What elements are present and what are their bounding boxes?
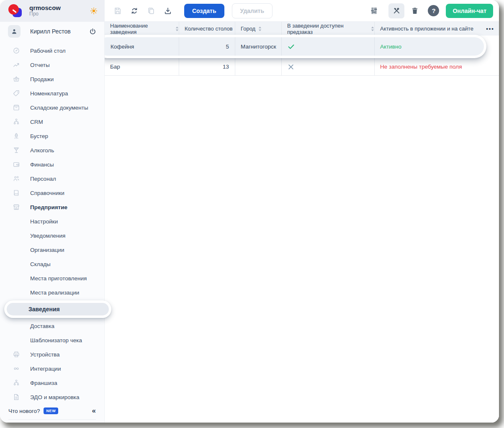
cell-venue-name: Кофейня xyxy=(98,37,179,56)
sidebar-item-booster[interactable]: Бустер xyxy=(0,129,104,143)
trash-icon[interactable] xyxy=(409,5,421,17)
sort-icon xyxy=(175,26,179,31)
document-icon xyxy=(13,393,20,401)
sidebar-item-integrations[interactable]: Интеграции xyxy=(0,361,104,376)
user-avatar-icon xyxy=(8,25,21,38)
cell-preorder xyxy=(282,37,375,56)
table-empty-area xyxy=(105,76,499,423)
sidebar-item-edo[interactable]: ЭДО и маркировка xyxy=(0,390,104,404)
venues-spotlight: Заведения xyxy=(4,300,111,318)
collapse-sidebar-icon[interactable]: « xyxy=(92,407,96,415)
sidebar-item-warehouses[interactable]: Склады xyxy=(0,257,104,271)
box-icon xyxy=(13,104,20,111)
sidebar-item-devices[interactable]: Устройства xyxy=(0,347,104,361)
sidebar-item-warehouse-docs[interactable]: Складские документы xyxy=(0,100,104,115)
sidebar-item-franchise[interactable]: Франшиза xyxy=(0,376,104,390)
sidebar-item-reports[interactable]: Отчеты xyxy=(0,58,104,72)
download-icon[interactable] xyxy=(162,5,174,17)
sales-icon xyxy=(13,75,20,83)
org-chart-icon xyxy=(13,118,20,126)
sidebar-item-organizations[interactable]: Организации xyxy=(0,243,104,257)
sidebar-item-venues[interactable]: Заведения xyxy=(7,303,109,315)
sidebar-item-nomenclature[interactable]: Номенклатура xyxy=(0,86,104,100)
delete-button[interactable]: Удалить xyxy=(232,3,273,18)
whats-new-link[interactable]: Что нового? xyxy=(8,408,40,414)
logout-power-icon[interactable] xyxy=(89,28,97,36)
sidebar-item-sales[interactable]: Продажи xyxy=(0,72,104,86)
table-row[interactable]: Кофейня 5 Магнитогорск Активно xyxy=(98,37,484,56)
sort-icon xyxy=(371,26,374,31)
online-chat-button[interactable]: Онлайн-чат xyxy=(446,4,493,18)
sidebar-item-receipt-templater[interactable]: Шаблонизатор чека xyxy=(0,333,104,347)
cell-activity-status: Не заполнены требуемые поля xyxy=(375,58,499,75)
app-window: qrmoscow Про Создать Удалить ? Онлайн-ча… xyxy=(0,0,499,423)
brand-section: qrmoscow Про xyxy=(0,0,105,21)
theme-sun-icon[interactable] xyxy=(90,7,98,15)
save-icon[interactable] xyxy=(111,5,124,17)
cell-tables-count: 5 xyxy=(179,37,235,56)
sidebar-footer: Что нового? NEW « quickresto.ru xyxy=(0,404,104,423)
infinity-icon xyxy=(13,365,20,372)
create-button[interactable]: Создать xyxy=(184,4,224,18)
top-bar: qrmoscow Про Создать Удалить ? Онлайн-ча… xyxy=(0,0,499,22)
copy-icon[interactable] xyxy=(145,5,157,17)
franchise-org-icon xyxy=(13,379,20,387)
sort-icon xyxy=(258,26,262,31)
sidebar-item-crm[interactable]: CRM xyxy=(0,115,104,129)
cell-activity-status: Активно xyxy=(375,37,484,56)
help-icon[interactable]: ? xyxy=(428,5,439,16)
column-header-preorder[interactable]: В заведении доступен предзаказ xyxy=(282,22,375,36)
user-row: Кирилл Рестов xyxy=(0,22,104,41)
reports-icon xyxy=(13,61,20,69)
column-header-name[interactable]: Наименование заведения xyxy=(105,22,179,36)
martini-glass-icon xyxy=(13,146,20,154)
column-header-activity[interactable]: Активность в приложении и на сайте xyxy=(375,22,481,36)
cell-preorder xyxy=(282,58,375,75)
wallet-icon xyxy=(13,161,20,168)
sidebar-item-notifications[interactable]: Уведомления xyxy=(0,228,104,243)
app-logo-icon xyxy=(8,4,23,18)
user-name: Кирилл Рестов xyxy=(30,28,71,35)
column-header-tables[interactable]: Количество столов xyxy=(179,22,235,36)
sidebar-menu: Рабочий стол Отчеты Продажи Номенклатура… xyxy=(0,41,104,404)
plan-label: Про xyxy=(29,11,61,17)
sidebar-item-directories[interactable]: Справочники xyxy=(0,186,104,200)
sidebar-item-sales-places[interactable]: Места реализации xyxy=(0,285,104,300)
people-icon xyxy=(13,175,20,182)
sidebar-item-delivery[interactable]: Доставка xyxy=(0,319,104,333)
dashboard-icon xyxy=(13,47,20,54)
cell-venue-name: Бар xyxy=(105,58,179,75)
toolbar: Создать Удалить ? Онлайн-чат xyxy=(105,0,499,21)
booster-icon xyxy=(13,132,20,140)
footer-divider xyxy=(8,419,96,420)
sidebar-item-settings[interactable]: Настройки xyxy=(0,214,104,228)
tag-icon xyxy=(13,90,20,97)
printer-icon xyxy=(13,351,20,358)
refresh-icon[interactable] xyxy=(128,5,141,17)
sidebar-item-cooking-places[interactable]: Места приготовления xyxy=(0,271,104,285)
tools-icon[interactable] xyxy=(388,3,404,18)
cell-city: Магнитогорск xyxy=(235,37,282,56)
row-spotlight: Кофейня 5 Магнитогорск Активно xyxy=(95,35,486,58)
book-icon xyxy=(13,189,20,197)
cell-city xyxy=(235,58,282,75)
new-badge: NEW xyxy=(44,407,58,414)
table-header: Наименование заведения Количество столов… xyxy=(105,22,499,36)
check-icon xyxy=(287,43,295,51)
sidebar-item-enterprise[interactable]: Предприятие xyxy=(0,200,104,214)
sidebar-item-staff[interactable]: Персонал xyxy=(0,172,104,186)
x-mark-icon xyxy=(287,63,295,71)
table-row[interactable]: Бар 13 Не заполнены требуемые поля xyxy=(105,58,499,76)
filters-icon[interactable] xyxy=(368,5,380,17)
storefront-icon xyxy=(13,203,20,211)
sidebar-item-finance[interactable]: Финансы xyxy=(0,157,104,172)
sidebar-item-desktop[interactable]: Рабочий стол xyxy=(0,44,104,58)
account-title: qrmoscow xyxy=(29,4,61,11)
sidebar-item-alcohol[interactable]: Алкоголь xyxy=(0,143,104,157)
main-content: Наименование заведения Количество столов… xyxy=(105,22,499,423)
columns-more-icon[interactable]: ••• xyxy=(481,26,499,32)
column-header-city[interactable]: Город xyxy=(235,22,282,36)
cell-tables-count: 13 xyxy=(179,58,235,75)
sidebar: Кирилл Рестов Рабочий стол Отчеты Продаж… xyxy=(0,22,105,423)
